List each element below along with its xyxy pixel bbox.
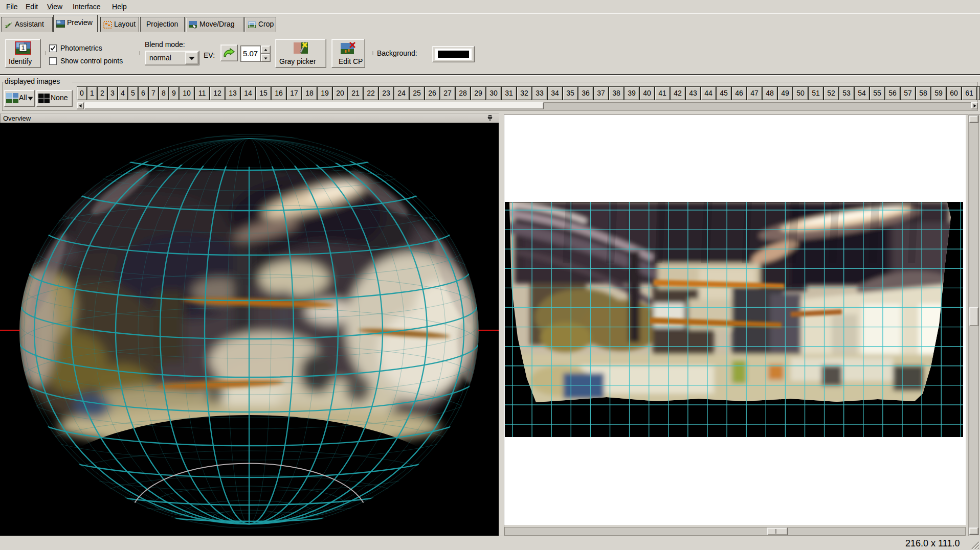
svg-text:1: 1 xyxy=(21,44,25,52)
svg-text:GL: GL xyxy=(57,20,61,24)
